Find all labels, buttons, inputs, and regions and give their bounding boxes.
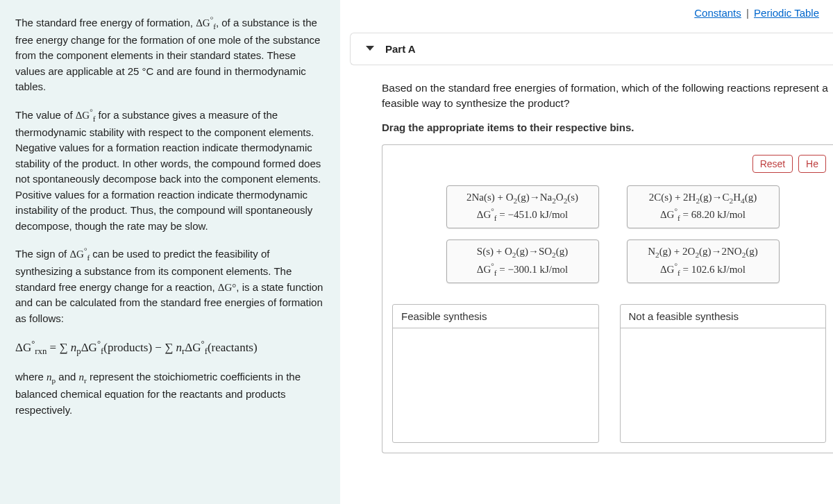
top-links: Constants | Periodic Table bbox=[340, 0, 833, 26]
reaction-equation: 2C(s) + 2H2(g)→C2H4(g) bbox=[639, 190, 768, 206]
reaction-item[interactable]: 2C(s) + 2H2(g)→C2H4(g) ΔG°f = 68.20 kJ/m… bbox=[627, 185, 780, 228]
reaction-equation: S(s) + O2(g)→SO2(g) bbox=[458, 244, 587, 260]
reaction-equation: N2(g) + 2O2(g)→2NO2(g) bbox=[639, 244, 768, 260]
question-text: Based on the standard free energies of f… bbox=[382, 81, 833, 112]
question-panel: Constants | Periodic Table Part A Based … bbox=[340, 0, 833, 504]
intro-para-2: The value of ΔG°f for a substance gives … bbox=[15, 106, 325, 234]
reaction-dg: ΔG°f = −451.0 kJ/mol bbox=[458, 206, 587, 224]
intro-para-4: where np and nr represent the stoichiome… bbox=[15, 369, 325, 418]
reaction-dg: ΔG°f = 102.6 kJ/mol bbox=[639, 261, 768, 278]
part-label: Part A bbox=[385, 43, 416, 55]
reaction-item[interactable]: S(s) + O2(g)→SO2(g) ΔG°f = −300.1 kJ/mol bbox=[446, 240, 599, 283]
reaction-dg: ΔG°f = 68.20 kJ/mol bbox=[639, 206, 768, 224]
constants-link[interactable]: Constants bbox=[694, 7, 741, 19]
periodic-table-link[interactable]: Periodic Table bbox=[754, 7, 819, 19]
bin-header: Not a feasible synthesis bbox=[621, 305, 826, 328]
help-button[interactable]: He bbox=[798, 155, 826, 173]
items-pool: 2Na(s) + O2(g)→Na2O2(s) ΔG°f = −451.0 kJ… bbox=[392, 185, 833, 297]
intro-panel: The standard free energy of formation, Δ… bbox=[0, 0, 340, 504]
part-header[interactable]: Part A bbox=[350, 33, 833, 65]
drag-instruction: Drag the appropriate items to their resp… bbox=[382, 121, 833, 133]
bins-row: Feasible synthesis Not a feasible synthe… bbox=[392, 304, 833, 443]
question-body: Based on the standard free energies of f… bbox=[340, 65, 833, 453]
reaction-equation: 2Na(s) + O2(g)→Na2O2(s) bbox=[458, 190, 587, 206]
controls-row: Reset He bbox=[392, 155, 833, 185]
intro-para-1: The standard free energy of formation, Δ… bbox=[15, 14, 325, 95]
bin-not-feasible[interactable]: Not a feasible synthesis bbox=[620, 304, 827, 443]
chevron-down-icon[interactable] bbox=[366, 46, 374, 51]
reset-button[interactable]: Reset bbox=[752, 155, 793, 173]
reaction-dg: ΔG°f = −300.1 kJ/mol bbox=[458, 261, 587, 278]
link-separator: | bbox=[746, 7, 749, 19]
bin-header: Feasible synthesis bbox=[393, 305, 598, 328]
bin-feasible[interactable]: Feasible synthesis bbox=[392, 304, 599, 443]
intro-para-3: The sign of ΔG°f can be used to predict … bbox=[15, 245, 325, 326]
reaction-item[interactable]: 2Na(s) + O2(g)→Na2O2(s) ΔG°f = −451.0 kJ… bbox=[446, 185, 599, 228]
drag-workspace: Reset He 2Na(s) + O2(g)→Na2O2(s) ΔG°f = … bbox=[382, 144, 833, 453]
equation: ΔG°rxn = ∑ npΔG°f(products) − ∑ nrΔG°f(r… bbox=[15, 337, 325, 358]
reaction-item[interactable]: N2(g) + 2O2(g)→2NO2(g) ΔG°f = 102.6 kJ/m… bbox=[627, 240, 780, 283]
